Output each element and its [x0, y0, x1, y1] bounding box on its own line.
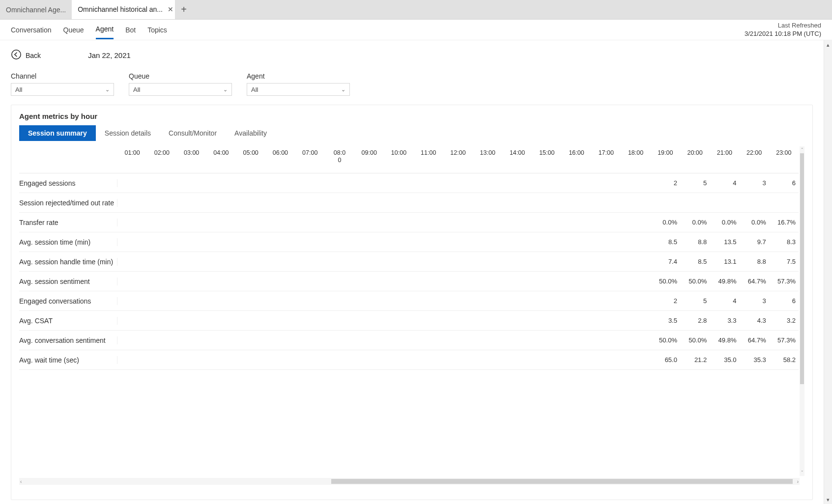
table-cell	[117, 356, 147, 364]
table-cell	[177, 356, 206, 364]
table-cell	[473, 179, 502, 187]
table-cell: 3	[739, 179, 769, 187]
table-cell	[621, 219, 650, 226]
content: Back Jan 22, 2021 Channel All ⌄ Queue Al…	[0, 40, 824, 504]
scroll-up-icon[interactable]: ˄	[800, 147, 804, 152]
table-cell	[265, 336, 295, 344]
grid-header: 01:0002:0003:0004:0005:0006:0007:0008:00…	[19, 146, 799, 173]
hour-header: 16:00	[562, 149, 591, 164]
row-cells: 0.0%0.0%0.0%0.0%16.7%	[117, 219, 799, 226]
back-row: Back Jan 22, 2021	[11, 49, 813, 61]
last-refreshed-label: Last Refreshed	[745, 22, 821, 29]
table-cell: 49.8%	[710, 278, 739, 285]
hour-header: 04:00	[206, 149, 236, 164]
table-cell	[206, 179, 236, 187]
hour-header: 22:00	[739, 149, 769, 164]
scroll-right-icon[interactable]: ›	[797, 479, 799, 484]
row-cells: 65.021.235.035.358.2	[117, 356, 799, 364]
table-cell: 6	[769, 297, 799, 305]
row-label: Avg. CSAT	[19, 317, 117, 325]
table-cell	[265, 258, 295, 265]
table-cell	[473, 297, 502, 305]
table-cell	[325, 238, 354, 246]
close-icon[interactable]: ✕	[168, 5, 173, 13]
hour-header: 12:00	[443, 149, 473, 164]
back-button[interactable]: Back	[11, 49, 41, 61]
table-cell: 57.3%	[769, 278, 799, 285]
table-cell	[147, 238, 176, 246]
table-cell	[295, 336, 325, 344]
hour-header: 19:00	[651, 149, 680, 164]
nav-conversation[interactable]: Conversation	[11, 21, 52, 39]
row-label: Engaged conversations	[19, 297, 117, 305]
table-cell	[354, 219, 384, 226]
queue-dropdown[interactable]: All ⌄	[129, 83, 232, 96]
new-tab-button[interactable]: +	[175, 0, 193, 19]
table-cell	[532, 278, 562, 285]
segment-availability[interactable]: Availability	[226, 125, 276, 141]
table-cell	[621, 336, 650, 344]
segment-consult-monitor[interactable]: Consult/Monitor	[160, 125, 226, 141]
table-cell	[443, 219, 473, 226]
table-cell	[621, 317, 650, 324]
table-cell	[562, 356, 591, 364]
table-cell: 2.8	[680, 317, 710, 324]
browser-tab[interactable]: Omnichannel historical an... ✕	[72, 0, 175, 19]
table-cell	[414, 238, 443, 246]
scroll-left-icon[interactable]: ‹	[20, 479, 22, 484]
table-cell: 65.0	[651, 356, 680, 364]
chevron-down-icon: ⌄	[105, 86, 110, 93]
scroll-down-icon[interactable]: ˅	[800, 470, 804, 475]
filter-bar: Channel All ⌄ Queue All ⌄ Agent	[11, 72, 813, 96]
table-cell	[177, 238, 206, 246]
table-cell	[295, 278, 325, 285]
hour-header: 07:00	[295, 149, 325, 164]
last-refreshed-value: 3/21/2021 10:18 PM (UTC)	[745, 30, 821, 37]
row-cells: 25436	[117, 297, 799, 305]
table-cell	[532, 317, 562, 324]
table-cell: 35.3	[739, 356, 769, 364]
hour-header: 03:00	[177, 149, 206, 164]
table-cell: 16.7%	[769, 219, 799, 226]
table-cell	[443, 317, 473, 324]
table-cell	[117, 278, 147, 285]
table-cell	[147, 336, 176, 344]
table-cell	[236, 258, 265, 265]
table-cell	[532, 238, 562, 246]
grid-horizontal-scrollbar[interactable]: ‹ ›	[19, 478, 800, 485]
nav-queue[interactable]: Queue	[63, 21, 84, 39]
nav-agent[interactable]: Agent	[96, 20, 114, 39]
scroll-thumb[interactable]	[800, 153, 804, 384]
page-vertical-scrollbar[interactable]: ▴ ▾	[824, 40, 832, 504]
table-cell	[414, 297, 443, 305]
table-cell	[532, 336, 562, 344]
table-cell	[473, 219, 502, 226]
channel-dropdown[interactable]: All ⌄	[11, 83, 114, 96]
agent-dropdown[interactable]: All ⌄	[247, 83, 350, 96]
segment-session-details[interactable]: Session details	[96, 125, 160, 141]
browser-tab[interactable]: Omnichannel Age...	[0, 0, 72, 19]
scroll-up-icon[interactable]: ▴	[824, 41, 832, 48]
table-cell	[384, 238, 413, 246]
table-cell: 50.0%	[680, 336, 710, 344]
nav-topics[interactable]: Topics	[147, 21, 167, 39]
metrics-grid: 01:0002:0003:0004:0005:0006:0007:0008:00…	[19, 146, 799, 477]
table-cell	[177, 219, 206, 226]
hour-header: 02:00	[147, 149, 176, 164]
table-cell	[502, 179, 532, 187]
table-cell	[354, 336, 384, 344]
table-cell	[414, 179, 443, 187]
row-cells: 50.0%50.0%49.8%64.7%57.3%	[117, 278, 799, 285]
table-cell	[532, 179, 562, 187]
nav-bot[interactable]: Bot	[125, 21, 136, 39]
table-cell: 6	[769, 179, 799, 187]
table-cell	[473, 258, 502, 265]
table-cell	[236, 297, 265, 305]
scroll-thumb[interactable]	[331, 479, 793, 484]
scroll-down-icon[interactable]: ▾	[824, 496, 832, 503]
grid-vertical-scrollbar[interactable]: ˄ ˅	[800, 146, 804, 476]
table-cell: 2	[651, 297, 680, 305]
table-cell	[265, 356, 295, 364]
table-cell	[177, 278, 206, 285]
segment-session-summary[interactable]: Session summary	[19, 125, 96, 141]
